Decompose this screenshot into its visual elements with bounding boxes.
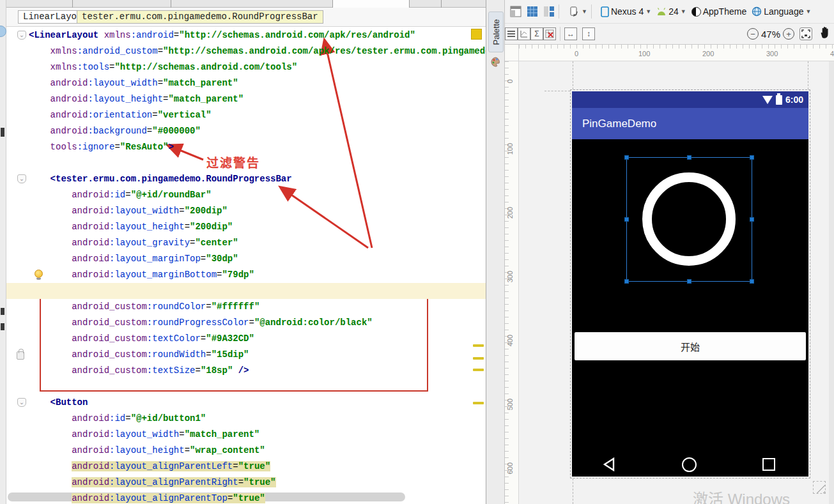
code-line[interactable] bbox=[6, 155, 486, 171]
code-line[interactable]: xmlns:android_custom="http://schemas.and… bbox=[6, 43, 486, 59]
expand-horizontal-button[interactable]: ↔ bbox=[564, 27, 577, 40]
code-line[interactable]: android_custom:textSize="18sp" /> bbox=[6, 363, 486, 379]
code-line[interactable]: android_custom:roundColor="#ffffff" bbox=[6, 299, 486, 315]
code-line[interactable]: android:layout_alignParentLeft="true" bbox=[6, 459, 486, 475]
code-line[interactable]: android:layout_width="match_parent" bbox=[6, 75, 486, 91]
selection-handle[interactable] bbox=[624, 155, 629, 160]
code-line[interactable]: android:layout_height="match_parent" bbox=[6, 91, 486, 107]
clear-constraints-button[interactable] bbox=[543, 27, 556, 40]
xml-editor[interactable]: LinearLayout tester.ermu.com.pingamedemo… bbox=[6, 0, 486, 504]
selection-handle[interactable] bbox=[624, 217, 629, 222]
code-line-text: android:layout_width="match_parent" bbox=[50, 78, 238, 88]
selection-handle[interactable] bbox=[624, 279, 629, 284]
design-mode-button[interactable] bbox=[510, 6, 521, 17]
scrollbar-warning-mark[interactable] bbox=[473, 402, 484, 404]
zoom-out-button[interactable]: − bbox=[747, 28, 759, 40]
code-line[interactable]: <tester.ermu.com.pingamedemo.RoundProgre… bbox=[6, 171, 486, 187]
code-line[interactable]: android:background="#000000" bbox=[6, 123, 486, 139]
ruler-label: 400 bbox=[830, 50, 834, 57]
status-time: 6:00 bbox=[785, 95, 803, 105]
ruler-label: 0 bbox=[506, 79, 514, 83]
language-selector[interactable]: Language ▼ bbox=[752, 6, 811, 17]
start-button[interactable]: 开始 bbox=[575, 332, 806, 360]
code-editor-area[interactable]: 过滤警告 <LinearLayout xmlns:android="http:/… bbox=[6, 27, 486, 504]
code-line[interactable] bbox=[6, 379, 486, 395]
code-line[interactable]: tools:ignore="ResAuto"> bbox=[6, 139, 486, 155]
nav-home-icon[interactable] bbox=[682, 457, 697, 472]
selection-handle[interactable] bbox=[687, 155, 691, 160]
code-line[interactable]: android:layout_marginTop="30dp" bbox=[6, 251, 486, 267]
code-line[interactable]: android:layout_width="match_parent" bbox=[6, 427, 486, 443]
pan-button[interactable] bbox=[819, 26, 830, 42]
nav-recents-icon[interactable] bbox=[762, 458, 775, 471]
active-file-tab[interactable] bbox=[332, 0, 410, 8]
app-screen[interactable]: 开始 bbox=[572, 139, 808, 477]
code-line[interactable]: android:layout_height="200dip" bbox=[6, 219, 486, 235]
guide-line bbox=[544, 91, 570, 91]
design-canvas[interactable]: 6:00 PinGameDemo bbox=[519, 61, 834, 504]
palette-tab[interactable]: Palette bbox=[488, 11, 504, 52]
globe-icon bbox=[752, 6, 762, 17]
device-preview[interactable]: 6:00 PinGameDemo bbox=[572, 91, 808, 477]
file-tab-strip[interactable] bbox=[6, 0, 486, 8]
both-mode-button[interactable] bbox=[543, 6, 555, 17]
code-line[interactable]: android:layout_alignParentRight="true" bbox=[6, 475, 486, 491]
scrollbar-warning-mark[interactable] bbox=[473, 357, 484, 360]
selection-handle[interactable] bbox=[750, 155, 754, 160]
code-line[interactable]: android:layout_height="wrap_content" bbox=[6, 443, 486, 459]
code-line-text: android:layout_height="wrap_content" bbox=[72, 445, 265, 455]
code-line[interactable]: android:layout_gravity="center" bbox=[6, 235, 486, 251]
theme-selector[interactable]: AppTheme bbox=[691, 6, 746, 17]
breadcrumb: LinearLayout tester.ermu.com.pingamedemo… bbox=[6, 8, 486, 27]
code-line[interactable]: android:id="@+id/roundBar" bbox=[6, 187, 486, 203]
nav-back-icon[interactable] bbox=[603, 457, 615, 471]
chevron-down-icon: ▼ bbox=[805, 8, 811, 15]
selection-handle[interactable] bbox=[750, 217, 754, 222]
breadcrumb-item-roundprogressbar[interactable]: tester.ermu.com.pingamedemo.RoundProgres… bbox=[77, 10, 323, 24]
minus-icon: − bbox=[750, 30, 755, 38]
constraints-button[interactable] bbox=[518, 27, 530, 40]
selection-handle[interactable] bbox=[750, 279, 754, 284]
code-line-text: <LinearLayout xmlns:android="http://sche… bbox=[29, 30, 415, 40]
zoom-to-fit-button[interactable] bbox=[799, 27, 812, 40]
code-line-text: <Button bbox=[50, 397, 88, 408]
code-line[interactable]: android_custom:textColor="#9A32CD" bbox=[6, 331, 486, 347]
app-title: PinGameDemo bbox=[582, 118, 656, 130]
fit-screen-icon bbox=[801, 29, 810, 38]
code-line[interactable]: <Button bbox=[6, 395, 486, 411]
code-line[interactable]: android:id="@+id/button1" bbox=[6, 411, 486, 427]
code-line[interactable]: android_custom:roundWidth="15dip" bbox=[6, 347, 486, 363]
code-line[interactable]: android_custom:roundProgressColor="@andr… bbox=[6, 315, 486, 331]
expand-vertical-button[interactable]: ↕ bbox=[582, 27, 595, 40]
tab-separator bbox=[171, 0, 171, 8]
code-line[interactable]: xmlns:tools="http://schemas.android.com/… bbox=[6, 59, 486, 75]
blueprint-mode-button[interactable] bbox=[527, 6, 538, 17]
plus-icon: + bbox=[786, 30, 791, 38]
code-line[interactable]: <LinearLayout xmlns:android="http://sche… bbox=[6, 27, 486, 43]
design-vertical-scrollbar[interactable] bbox=[829, 61, 834, 504]
grid-clear-icon bbox=[545, 29, 554, 38]
code-line[interactable]: android:layout_width="200dip" bbox=[6, 203, 486, 219]
api-level-selector[interactable]: 24 ▼ bbox=[656, 6, 686, 17]
code-line[interactable] bbox=[6, 283, 486, 299]
device-selector[interactable]: Nexus 4 ▼ bbox=[601, 6, 651, 17]
code-line-text: android:layout_marginTop="30dp" bbox=[72, 254, 238, 264]
scrollbar-warning-mark[interactable] bbox=[473, 369, 484, 371]
stripe-mark bbox=[1, 128, 4, 137]
code-line[interactable]: android:layout_alignParentTop="true" bbox=[6, 491, 486, 504]
autoconnect-button[interactable]: Σ bbox=[530, 27, 543, 40]
fold-marker-icon[interactable]: ⌄ bbox=[17, 31, 26, 40]
zoom-in-button[interactable]: + bbox=[783, 28, 794, 40]
chart-icon bbox=[520, 29, 529, 38]
layout-variants-button[interactable] bbox=[505, 27, 518, 40]
code-line[interactable]: android:orientation="vertical" bbox=[6, 107, 486, 123]
fold-marker-icon[interactable]: ⌄ bbox=[17, 174, 26, 183]
fold-marker-icon[interactable]: ⌄ bbox=[17, 398, 26, 407]
selection-handle[interactable] bbox=[687, 279, 691, 284]
code-line-text: android_custom:textColor="#9A32CD" bbox=[72, 333, 254, 344]
scrollbar-warning-mark[interactable] bbox=[473, 344, 484, 347]
selection-rectangle[interactable] bbox=[626, 157, 752, 282]
orientation-button[interactable]: ▼ bbox=[568, 6, 587, 17]
code-line[interactable]: android:layout_marginBottom="79dp" bbox=[6, 267, 486, 283]
canvas-resize-handle[interactable] bbox=[813, 481, 826, 494]
